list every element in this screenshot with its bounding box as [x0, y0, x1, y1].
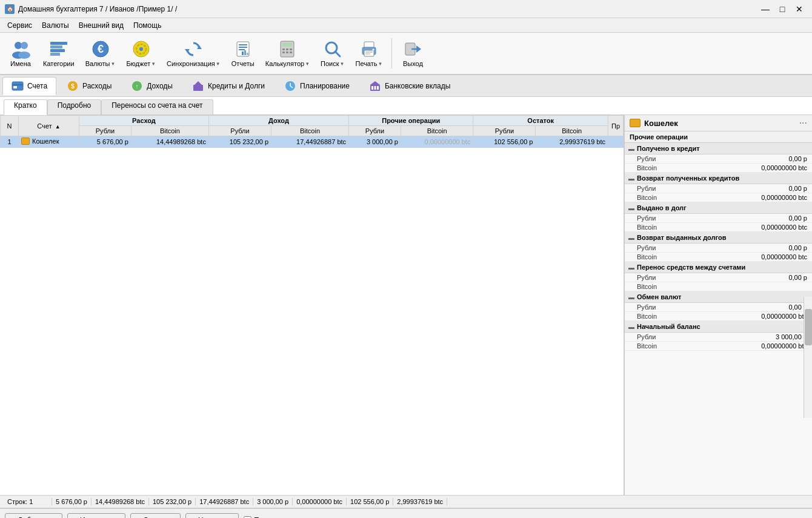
section-polucheno[interactable]: ▬ Получено в кредит — [625, 143, 812, 154]
sub-tab-kratko[interactable]: Кратко — [4, 99, 47, 115]
nav-tab-scheta[interactable]: Счета — [2, 77, 56, 95]
status-dohod-btc: 17,44926887 btc — [196, 498, 253, 505]
maximize-button[interactable]: □ — [774, 3, 790, 15]
menu-valyuty[interactable]: Валюты — [37, 20, 74, 31]
section-vozvrat-dolg[interactable]: ▬ Возврат выданных долгов — [625, 232, 812, 244]
nav-tab-planirovanie[interactable]: Планирование — [275, 77, 359, 95]
col-header-schet: Счет ▲ — [19, 116, 79, 136]
right-panel: Кошелек ··· Прочие операции ▬ Получено в… — [624, 115, 812, 495]
collapse-polucheno-icon: ▬ — [628, 145, 634, 152]
show-hidden-label[interactable]: Показать скрытые счета — [244, 516, 336, 519]
menu-vneshny-vid[interactable]: Внешний вид — [74, 20, 128, 31]
col-header-prochie-btc: Bitcoin — [401, 126, 473, 136]
vyhod-label: Выход — [403, 60, 423, 67]
sub-tab-podrobno[interactable]: Подробно — [47, 99, 102, 115]
section-nachalny[interactable]: ▬ Начальный баланс — [625, 321, 812, 333]
cell-prochie-rub: 3 000,00 р — [349, 136, 401, 148]
imena-label: Имена — [10, 60, 31, 67]
toolbar-valyuty[interactable]: € Валюты ▼ — [81, 35, 120, 71]
col-header-rashod-rub: Рубли — [79, 126, 131, 136]
otchety-label: Отчеты — [231, 60, 255, 67]
dohody-tab-icon: ↑ — [131, 80, 143, 92]
svg-point-37 — [372, 49, 374, 51]
toolbar-otchety[interactable]: Отчеты — [227, 35, 259, 71]
panel-menu-button[interactable]: ··· — [799, 118, 807, 128]
cell-ostatok-rub: 102 556,00 р — [473, 136, 536, 148]
sub-tab-perenosi[interactable]: Переносы со счета на счет — [101, 99, 213, 115]
svg-marker-57 — [370, 81, 380, 85]
panel-row-vydano-rub: Рубли 0,00 р — [625, 214, 812, 223]
status-prochie-btc: 0,00000000 btc — [293, 498, 347, 505]
cell-rashod-btc: 14,44989268 btc — [131, 136, 208, 148]
app-title: Домашняя бухгалтерия 7 / Иванов /Пример … — [18, 5, 177, 13]
toolbar-sync[interactable]: Синхронизация ▼ — [162, 35, 225, 71]
bank-tab-icon — [369, 80, 381, 92]
toolbar-pechat[interactable]: Печать ▼ — [351, 35, 387, 71]
col-header-dohod-rub: Рубли — [208, 126, 271, 136]
toolbar-kategorii[interactable]: Категории — [39, 35, 79, 71]
pechat-icon — [359, 39, 379, 59]
status-bar: Строк: 1 5 676,00 р 14,44989268 btc 105 … — [0, 495, 812, 508]
status-ostatok-rub: 102 556,00 р — [347, 498, 393, 505]
title-bar: 🏠 Домашняя бухгалтерия 7 / Иванов /Приме… — [0, 0, 812, 18]
window-controls[interactable]: — □ ✕ — [757, 3, 807, 15]
svg-rect-36 — [365, 53, 370, 55]
menu-bar: Сервис Валюты Внешний вид Помощь — [0, 18, 812, 33]
add-button[interactable]: Добавить — [5, 513, 62, 519]
svg-rect-48 — [193, 85, 203, 91]
menu-pomoshch[interactable]: Помощь — [128, 20, 166, 31]
section-perenos[interactable]: ▬ Перенос средств между счетами — [625, 262, 812, 273]
section-nachalny-title: Начальный баланс — [637, 323, 701, 330]
toolbar-imena[interactable]: Имена — [5, 35, 36, 71]
section-polucheno-title: Получено в кредит — [637, 145, 700, 152]
svg-rect-5 — [50, 45, 62, 48]
section-vozvrat-kredit-title: Возврат полученных кредитов — [637, 174, 739, 182]
nav-tab-kredity[interactable]: Кредиты и Долги — [183, 77, 274, 95]
cell-dohod-rub: 105 232,00 р — [208, 136, 271, 148]
kalkulator-label: Калькулятор — [265, 60, 304, 67]
status-rows: Строк: 1 — [4, 498, 52, 505]
nav-tab-bank-label: Банковские вклады — [385, 82, 451, 90]
svg-text:↑: ↑ — [136, 83, 139, 90]
cell-ostatok-btc: 2,99937619 btc — [536, 136, 608, 148]
valyuty-label: Валюты — [85, 60, 110, 67]
toolbar-vyhod[interactable]: Выход — [397, 35, 428, 71]
cell-pr — [608, 136, 624, 148]
panel-scrollbar[interactable] — [804, 297, 812, 418]
close-button[interactable]: ✕ — [791, 3, 807, 15]
section-vozvrat-dolg-title: Возврат выданных долгов — [637, 234, 726, 241]
svg-rect-25 — [286, 48, 288, 50]
svg-rect-20 — [244, 50, 246, 55]
table-row[interactable]: 1 Кошелек 5 676,00 р 14,44989268 btc 105… — [1, 136, 624, 148]
imena-icon — [11, 39, 30, 59]
sort-arrow: ▲ — [55, 124, 61, 130]
section-obmen-title: Обмен валют — [637, 293, 681, 301]
right-panel-title: Кошелек — [630, 119, 678, 128]
col-header-pr: Пр — [608, 116, 624, 136]
svg-rect-56 — [377, 86, 379, 90]
scheta-tab-icon — [12, 80, 24, 92]
toolbar-kalkulator[interactable]: Калькулятор ▼ — [261, 35, 314, 71]
hide-button[interactable]: Скрыть — [130, 513, 181, 519]
sub-tabs: Кратко Подробно Переносы со счета на сче… — [0, 97, 812, 115]
nav-tab-dohody-label: Доходы — [147, 82, 173, 90]
sync-icon — [184, 39, 203, 59]
menu-servis[interactable]: Сервис — [2, 20, 37, 31]
section-vydano[interactable]: ▬ Выдано в долг — [625, 202, 812, 214]
delete-button[interactable]: Удалить — [185, 513, 239, 519]
svg-point-12 — [139, 47, 143, 51]
nav-tab-bank[interactable]: Банковские вклады — [360, 77, 460, 95]
toolbar-poisk[interactable]: Поиск ▼ — [316, 35, 348, 71]
nav-tab-rashody[interactable]: $ Расходы — [58, 77, 121, 95]
section-vozvrat-kredit[interactable]: ▬ Возврат полученных кредитов — [625, 173, 812, 184]
nav-tab-dohody[interactable]: ↑ Доходы — [122, 77, 182, 95]
minimize-button[interactable]: — — [757, 3, 773, 15]
toolbar-byudzhet[interactable]: Бюджет ▼ — [122, 35, 160, 71]
cell-prochie-btc: 0,00000000 btc — [401, 136, 473, 148]
svg-rect-4 — [50, 42, 67, 45]
section-vydano-title: Выдано в долг — [637, 204, 687, 211]
section-obmen[interactable]: ▬ Обмен валют — [625, 291, 812, 303]
panel-row-perenos-btc: Bitcoin — [625, 282, 812, 291]
edit-button[interactable]: Изменить — [67, 513, 125, 519]
panel-row-nachalny-btc: Bitcoin 0,00000000 btc — [625, 342, 812, 351]
